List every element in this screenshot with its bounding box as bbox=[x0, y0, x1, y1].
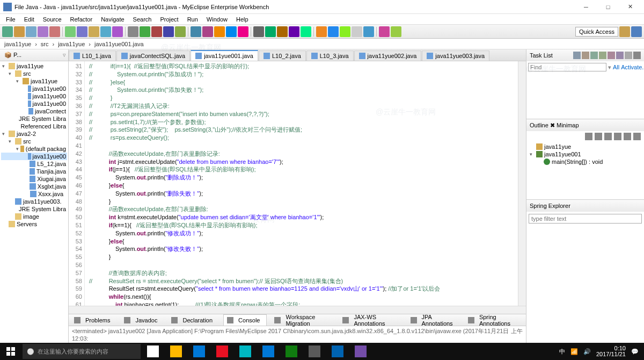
tree-node[interactable]: java11yue00 bbox=[1, 153, 67, 160]
editor-tab[interactable]: java11yue002.java bbox=[354, 51, 422, 61]
outline-node[interactable]: java11yue bbox=[530, 143, 641, 150]
taskbar-app-8[interactable] bbox=[326, 343, 349, 360]
project-tree[interactable]: ▾java11yue▾src▾java11yuejava11yue00java1… bbox=[0, 61, 68, 345]
toolbar-button-14[interactable] bbox=[175, 26, 186, 37]
breadcrumb-segment[interactable]: src bbox=[40, 41, 50, 47]
tasklist-tool-5[interactable] bbox=[616, 52, 624, 59]
bottom-tab-console[interactable]: Console bbox=[223, 314, 267, 326]
taskbar-app-7[interactable] bbox=[303, 343, 326, 360]
tree-node[interactable]: Xsglxt.java bbox=[1, 183, 67, 190]
tasklist-tool-0[interactable] bbox=[573, 52, 581, 59]
editor-tab[interactable]: L10_2.java bbox=[259, 51, 306, 61]
tree-node[interactable]: ▾(default packag bbox=[1, 145, 67, 153]
tree-node[interactable]: JRE System Libra bbox=[1, 115, 67, 123]
menu-help[interactable]: Help bbox=[232, 16, 252, 23]
perspective-java-icon[interactable] bbox=[619, 26, 630, 37]
tray-ime[interactable]: 中 bbox=[559, 348, 565, 356]
tasklist-tool-3[interactable] bbox=[599, 52, 606, 59]
editor-tab[interactable]: java11yue001.java bbox=[191, 50, 258, 61]
minimize-button[interactable]: ─ bbox=[575, 1, 597, 13]
view-menu-icon[interactable]: ▿ bbox=[63, 52, 66, 59]
toolbar-button-30[interactable] bbox=[379, 26, 390, 37]
start-button[interactable] bbox=[0, 343, 21, 360]
bottom-tab-problems[interactable]: Problems bbox=[71, 315, 116, 326]
task-list-tab[interactable]: Task List bbox=[530, 52, 553, 59]
taskbar-app-1[interactable] bbox=[165, 343, 187, 360]
toolbar-button-24[interactable] bbox=[301, 26, 311, 37]
outline-node[interactable]: main(String[]) : void bbox=[530, 158, 641, 165]
toolbar-button-13[interactable] bbox=[163, 26, 174, 37]
tree-node[interactable]: ▾src bbox=[1, 138, 67, 145]
editor-tab[interactable]: L10_3.java bbox=[306, 51, 354, 61]
toolbar-button-4[interactable] bbox=[49, 26, 60, 37]
taskbar-app-3[interactable] bbox=[211, 343, 233, 360]
toolbar-button-26[interactable] bbox=[328, 26, 339, 37]
close-button[interactable]: ✕ bbox=[619, 1, 641, 13]
system-tray[interactable]: 中 📶 🔊 0:10 2017/11/21 💬 bbox=[554, 345, 644, 357]
toolbar-button-22[interactable] bbox=[277, 26, 288, 37]
tray-wifi-icon[interactable]: 📶 bbox=[570, 348, 578, 355]
toolbar-button-10[interactable] bbox=[128, 26, 138, 37]
toolbar-button-21[interactable] bbox=[265, 26, 276, 37]
toolbar-button-27[interactable] bbox=[340, 26, 350, 37]
taskbar-app-5[interactable] bbox=[257, 343, 280, 360]
menu-search[interactable]: Search bbox=[129, 16, 156, 23]
toolbar-button-5[interactable] bbox=[65, 26, 76, 37]
tree-node[interactable]: ▾java11yue bbox=[1, 77, 67, 85]
toolbar-button-7[interactable] bbox=[89, 26, 99, 37]
outline-tree[interactable]: java11yue▾java11yue001main(String[]) : v… bbox=[526, 142, 644, 199]
toolbar-button-8[interactable] bbox=[100, 26, 111, 37]
tree-node[interactable]: java11yue00 bbox=[1, 92, 67, 100]
menu-run[interactable]: Run bbox=[184, 16, 202, 23]
spring-filter-input[interactable] bbox=[529, 214, 642, 224]
toolbar-button-16[interactable] bbox=[202, 26, 213, 37]
tree-node[interactable]: L5_12.java bbox=[1, 160, 67, 168]
toolbar-button-1[interactable] bbox=[14, 26, 25, 37]
toolbar-button-29[interactable] bbox=[363, 26, 374, 37]
tree-node[interactable]: java11yue00 bbox=[1, 100, 67, 107]
code-editor[interactable]: 31 32 33 34 35 36 37 38 39 40 41 42 43 4… bbox=[69, 61, 526, 306]
tasklist-tool-4[interactable] bbox=[608, 52, 615, 59]
toolbar-button-3[interactable] bbox=[38, 26, 48, 37]
tray-notifications-icon[interactable]: 💬 bbox=[631, 348, 639, 355]
task-all-link[interactable]: All bbox=[613, 64, 619, 70]
spring-explorer-tab[interactable]: Spring Explorer bbox=[530, 203, 570, 209]
outline-tool-2[interactable] bbox=[604, 133, 612, 140]
tree-node[interactable]: Xiugai.java bbox=[1, 175, 67, 183]
code-content[interactable]: // if(i==1){ //返回整型值(即SQL结果中显示的影响的行); //… bbox=[85, 61, 518, 306]
taskbar-search[interactable]: ⚪ 在这里输入你要搜索的内容 bbox=[23, 344, 141, 359]
tasklist-tool-6[interactable] bbox=[625, 52, 632, 59]
toolbar-button-9[interactable] bbox=[112, 26, 123, 37]
breadcrumb-segment[interactable]: java11yue001.java bbox=[93, 41, 145, 47]
menu-source[interactable]: Source bbox=[39, 16, 65, 23]
taskbar-app-2[interactable] bbox=[188, 343, 210, 360]
taskbar-app-4[interactable] bbox=[234, 343, 257, 360]
menu-project[interactable]: Project bbox=[156, 16, 182, 23]
bottom-tab-javadoc[interactable]: Javadoc bbox=[121, 315, 164, 326]
tree-node[interactable]: ▾src bbox=[1, 70, 67, 77]
toolbar-button-15[interactable] bbox=[191, 26, 201, 37]
tree-node[interactable]: java11yue00 bbox=[1, 85, 67, 92]
toolbar-button-31[interactable] bbox=[391, 26, 401, 37]
editor-tab[interactable]: L10_1.java bbox=[69, 51, 116, 61]
toolbar-button-18[interactable] bbox=[226, 26, 237, 37]
editor-tab[interactable]: javaContectSQL.java bbox=[116, 51, 190, 61]
outline-tab[interactable]: Outline bbox=[530, 122, 548, 128]
task-find-input[interactable] bbox=[528, 63, 606, 71]
bottom-tab-declaration[interactable]: Declaration bbox=[168, 315, 219, 326]
editor-tab[interactable]: java11yue003.java bbox=[422, 51, 489, 61]
package-explorer-tab[interactable]: 📦 P... bbox=[2, 51, 24, 60]
tree-node[interactable]: JRE System Libra bbox=[1, 205, 67, 213]
tasklist-tool-1[interactable] bbox=[582, 52, 589, 59]
toolbar-button-2[interactable] bbox=[26, 26, 36, 37]
outline-tool-4[interactable] bbox=[624, 133, 631, 140]
tree-node[interactable]: ▾java11yue bbox=[1, 62, 67, 70]
toolbar-button-23[interactable] bbox=[289, 26, 299, 37]
toolbar-button-25[interactable] bbox=[316, 26, 327, 37]
minimap-tab[interactable]: Minimap bbox=[557, 122, 579, 128]
menu-edit[interactable]: Edit bbox=[20, 16, 38, 23]
tree-node[interactable]: image bbox=[1, 213, 67, 220]
menu-window[interactable]: Window bbox=[203, 16, 231, 23]
taskbar-app-9[interactable] bbox=[349, 343, 372, 360]
tree-node[interactable]: Xsxx.java bbox=[1, 190, 67, 198]
